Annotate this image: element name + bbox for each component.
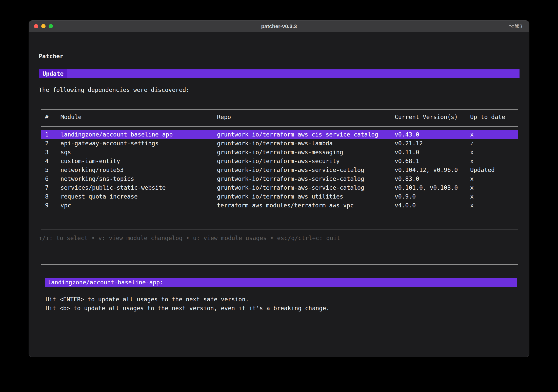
- tab-update[interactable]: Update: [39, 69, 67, 78]
- selected-module-line: landingzone/account-baseline-app:: [45, 278, 517, 287]
- table-row[interactable]: 6networking/sns-topicsgruntwork-io/terra…: [41, 174, 518, 183]
- close-button[interactable]: [34, 24, 38, 28]
- header-repo: Repo: [217, 113, 395, 122]
- zoom-button[interactable]: [49, 24, 53, 28]
- cell-repo: gruntwork-io/terraform-aws-messaging: [217, 148, 395, 157]
- cell-status: x: [470, 130, 518, 139]
- terminal-window: patcher-v0.3.3 ⌥⌘3 Patcher Update The fo…: [29, 20, 529, 357]
- cell-module: landingzone/account-baseline-app: [61, 130, 217, 139]
- app-title: Patcher: [39, 52, 63, 61]
- cell-status: x: [470, 201, 518, 210]
- cell-module: vpc: [61, 201, 217, 210]
- intro-text: The following dependencies were discover…: [39, 86, 189, 94]
- cell-repo: gruntwork-io/terraform-aws-lambda: [217, 139, 395, 148]
- cell-module: networking/sns-topics: [61, 174, 217, 183]
- cell-version: v0.104.12, v0.96.0: [395, 166, 470, 174]
- cell-module: networking/route53: [61, 166, 217, 174]
- table-header-separator: [41, 126, 518, 127]
- cell-num: 7: [45, 183, 61, 192]
- cell-version: v0.9.0: [395, 192, 470, 201]
- dependency-table: # Module Repo Current Version(s) Up to d…: [41, 109, 518, 229]
- window-title: patcher-v0.3.3: [29, 23, 529, 29]
- cell-module: api-gateway-account-settings: [61, 139, 217, 148]
- table-row[interactable]: 5networking/route53gruntwork-io/terrafor…: [41, 166, 518, 174]
- table-row[interactable]: 4custom-iam-entitygruntwork-io/terraform…: [41, 157, 518, 166]
- cell-module: custom-iam-entity: [61, 157, 217, 166]
- detail-hint-enter: Hit <ENTER> to update all usages to the …: [46, 295, 518, 304]
- cell-version: v4.0.0: [395, 201, 470, 210]
- detail-panel: landingzone/account-baseline-app: Hit <E…: [41, 264, 518, 333]
- header-module: Module: [61, 113, 217, 122]
- table-row[interactable]: 8request-quota-increasegruntwork-io/terr…: [41, 192, 518, 201]
- cell-num: 4: [45, 157, 61, 166]
- cell-status: x: [470, 148, 518, 157]
- cell-status: ✓: [470, 139, 518, 148]
- cell-status: x: [470, 192, 518, 201]
- cell-version: v0.43.0: [395, 130, 470, 139]
- cell-version: v0.68.1: [395, 157, 470, 166]
- cell-num: 1: [45, 130, 61, 139]
- terminal-content: Patcher Update The following dependencie…: [29, 32, 529, 357]
- dependency-table-body: 1landingzone/account-baseline-appgruntwo…: [41, 130, 518, 210]
- header-num: #: [45, 113, 61, 122]
- table-row[interactable]: 2api-gateway-account-settingsgruntwork-i…: [41, 139, 518, 148]
- cell-status: x: [470, 183, 518, 192]
- help-bar: ↑/↓: to select • v: view module changelo…: [39, 234, 340, 243]
- cell-version: v0.101.0, v0.103.0: [395, 183, 470, 192]
- cell-status: x: [470, 157, 518, 166]
- detail-hint-breaking: Hit <b> to update all usages to the next…: [46, 304, 518, 313]
- header-up-to-date: Up to date: [470, 113, 518, 122]
- cell-module: sqs: [61, 148, 217, 157]
- cell-repo: gruntwork-io/terraform-aws-security: [217, 157, 395, 166]
- tab-bar: Update: [39, 69, 520, 78]
- cell-repo: gruntwork-io/terraform-aws-service-catal…: [217, 174, 395, 183]
- window-shortcut-badge: ⌥⌘3: [508, 23, 523, 29]
- cell-module: request-quota-increase: [61, 192, 217, 201]
- table-row[interactable]: 7services/public-static-websitegruntwork…: [41, 183, 518, 192]
- cell-repo: terraform-aws-modules/terraform-aws-vpc: [217, 201, 395, 210]
- cell-num: 9: [45, 201, 61, 210]
- minimize-button[interactable]: [41, 24, 46, 28]
- cell-repo: gruntwork-io/terraform-aws-service-catal…: [217, 183, 395, 192]
- cell-repo: gruntwork-io/terraform-aws-cis-service-c…: [217, 130, 395, 139]
- cell-num: 2: [45, 139, 61, 148]
- cell-num: 6: [45, 174, 61, 183]
- cell-version: v0.83.0: [395, 174, 470, 183]
- cell-num: 5: [45, 166, 61, 174]
- table-header-row: # Module Repo Current Version(s) Up to d…: [41, 113, 518, 122]
- cell-status: Updated: [470, 166, 518, 174]
- cell-num: 8: [45, 192, 61, 201]
- cell-num: 3: [45, 148, 61, 157]
- cell-repo: gruntwork-io/terraform-aws-utilities: [217, 192, 395, 201]
- table-row[interactable]: 3sqsgruntwork-io/terraform-aws-messaging…: [41, 148, 518, 157]
- cell-status: x: [470, 174, 518, 183]
- cell-repo: gruntwork-io/terraform-aws-service-catal…: [217, 166, 395, 174]
- window-titlebar[interactable]: patcher-v0.3.3 ⌥⌘3: [29, 21, 529, 32]
- cell-version: v0.11.0: [395, 148, 470, 157]
- header-version: Current Version(s): [395, 113, 470, 122]
- table-row[interactable]: 1landingzone/account-baseline-appgruntwo…: [41, 130, 518, 139]
- cell-module: services/public-static-website: [61, 183, 217, 192]
- traffic-lights: [29, 24, 53, 28]
- table-row[interactable]: 9vpcterraform-aws-modules/terraform-aws-…: [41, 201, 518, 210]
- cell-version: v0.21.12: [395, 139, 470, 148]
